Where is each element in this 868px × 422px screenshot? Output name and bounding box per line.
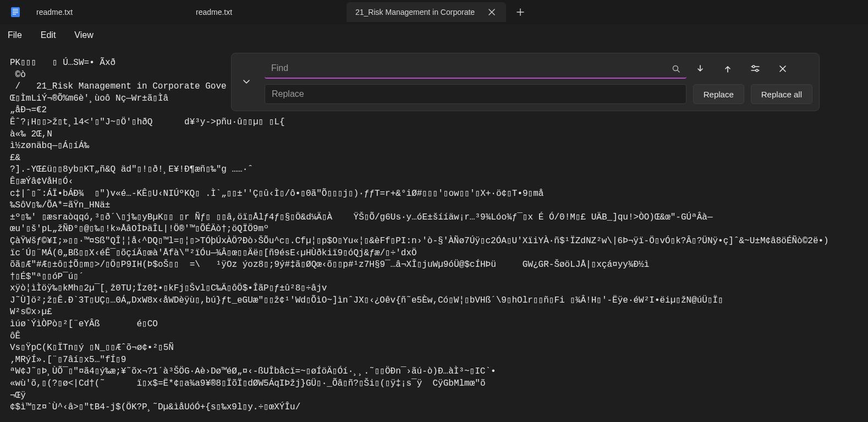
find-input[interactable] bbox=[265, 59, 686, 79]
toggle-replace-button[interactable] bbox=[238, 73, 255, 90]
find-options-button[interactable] bbox=[748, 62, 762, 76]
find-previous-button[interactable] bbox=[721, 62, 735, 76]
svg-point-6 bbox=[752, 65, 755, 68]
close-find-button[interactable] bbox=[776, 62, 790, 76]
tab-readme-1[interactable]: readme.txt bbox=[28, 2, 187, 22]
find-replace-panel: Replace Replace all bbox=[231, 53, 820, 111]
new-tab-button[interactable] bbox=[510, 2, 530, 22]
tab-risk-management[interactable]: 21_Risk Management in Corporate bbox=[347, 2, 506, 22]
tab-label: readme.txt bbox=[36, 8, 73, 17]
svg-point-7 bbox=[756, 69, 758, 72]
svg-rect-4 bbox=[13, 14, 16, 15]
svg-rect-1 bbox=[13, 9, 18, 10]
menu-edit[interactable]: Edit bbox=[41, 30, 56, 40]
replace-all-button[interactable]: Replace all bbox=[751, 84, 812, 104]
tab-bar: readme.txt readme.txt 21_Risk Management… bbox=[0, 0, 868, 24]
app-icon bbox=[9, 6, 22, 19]
replace-input[interactable] bbox=[265, 84, 686, 104]
tab-label: readme.txt bbox=[196, 8, 232, 17]
tab-readme-2[interactable]: readme.txt bbox=[187, 2, 347, 22]
find-next-button[interactable] bbox=[693, 62, 707, 76]
svg-rect-2 bbox=[13, 10, 18, 12]
menu-bar: File Edit View bbox=[0, 24, 868, 46]
tab-label: 21_Risk Management in Corporate bbox=[355, 8, 475, 17]
replace-button[interactable]: Replace bbox=[693, 84, 744, 104]
menu-view[interactable]: View bbox=[74, 30, 93, 40]
svg-rect-3 bbox=[13, 12, 18, 13]
menu-file[interactable]: File bbox=[8, 30, 22, 40]
close-icon[interactable] bbox=[486, 7, 497, 18]
search-icon[interactable] bbox=[670, 63, 682, 75]
